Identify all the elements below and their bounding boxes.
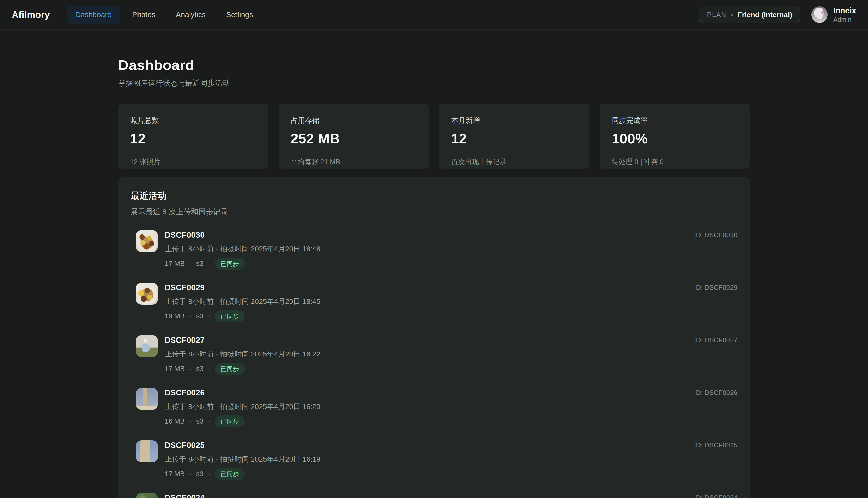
photo-title: DSCF0024	[165, 494, 694, 498]
activity-list: DSCF0030 上传于 8小时前 · 拍摄时间 2025年4月20日 18:4…	[131, 230, 737, 498]
nav-item-settings[interactable]: Settings	[218, 5, 262, 24]
main-content: Dashboard 掌握图库运行状态与最近同步活动 照片总数 12 12 张照片…	[118, 57, 750, 498]
stats-grid: 照片总数 12 12 张照片 占用存储 252 MB 平均每张 21 MB 本月…	[118, 104, 750, 169]
stat-foot: 12 张照片	[130, 157, 256, 167]
sync-status-badge: 已同步	[215, 258, 245, 270]
photo-thumbnail	[136, 493, 158, 498]
recent-activity-panel: 最近活动 展示最近 8 次上传和同步记录 DSCF0030 上传于 8小时前 ·…	[118, 178, 750, 498]
user-name: Inneix	[833, 6, 856, 15]
user-menu[interactable]: Inneix Admin	[811, 6, 856, 23]
page-title: Dashboard	[118, 57, 750, 73]
photo-title: DSCF0025	[165, 441, 694, 450]
dot-separator: ·	[189, 418, 192, 425]
photo-storage: s3	[196, 470, 204, 478]
stat-foot: 待处理 0 | 冲突 0	[612, 157, 738, 167]
recent-activity-title: 最近活动	[131, 190, 737, 202]
photo-meta: 上传于 8小时前 · 拍摄时间 2025年4月20日 16:22	[165, 349, 694, 359]
photo-storage: s3	[196, 418, 204, 425]
sync-status-badge: 已同步	[215, 310, 245, 322]
activity-row-dscf0026[interactable]: DSCF0026 上传于 8小时前 · 拍摄时间 2025年4月20日 16:2…	[136, 388, 737, 429]
photo-stats: 17 MB · s3 · 已同步	[165, 258, 694, 270]
activity-row-body: DSCF0026 上传于 8小时前 · 拍摄时间 2025年4月20日 16:2…	[165, 388, 694, 428]
photo-thumbnail	[136, 230, 158, 252]
photo-size: 17 MB	[165, 470, 185, 478]
plan-badge-value: Friend (Internal)	[737, 11, 792, 19]
top-navbar: Afilmory Dashboard Photos Analytics Sett…	[0, 0, 868, 30]
photo-meta: 上传于 8小时前 · 拍摄时间 2025年4月20日 18:45	[165, 297, 694, 306]
photo-title: DSCF0027	[165, 336, 694, 345]
photo-thumbnail	[136, 440, 158, 462]
photo-thumbnail	[136, 335, 158, 357]
sync-status-badge: 已同步	[215, 363, 245, 375]
activity-row-body: DSCF0025 上传于 8小时前 · 拍摄时间 2025年4月20日 16:1…	[165, 440, 694, 480]
photo-storage: s3	[196, 312, 204, 320]
activity-row-dscf0027[interactable]: DSCF0027 上传于 8小时前 · 拍摄时间 2025年4月20日 16:2…	[136, 335, 737, 376]
activity-row-body: DSCF0029 上传于 8小时前 · 拍摄时间 2025年4月20日 18:4…	[165, 283, 694, 322]
photo-title: DSCF0030	[165, 231, 694, 240]
user-role: Admin	[833, 16, 856, 23]
photo-id: ID: DSCF0025	[694, 440, 737, 449]
page-subtitle: 掌握图库运行状态与最近同步活动	[118, 78, 750, 89]
main-nav: Dashboard Photos Analytics Settings	[67, 5, 261, 24]
dot-separator: ·	[189, 365, 192, 373]
dot-separator: ·	[208, 365, 210, 373]
photo-meta: 上传于 8小时前 · 拍摄时间 2025年4月20日 16:19	[165, 455, 694, 464]
dot-separator: ·	[208, 312, 210, 320]
dot-separator: ·	[189, 470, 192, 478]
stat-value: 100%	[612, 131, 738, 146]
dot-separator: ·	[208, 470, 210, 478]
stat-card-sync-rate: 同步完成率 100% 待处理 0 | 冲突 0	[600, 104, 750, 169]
stat-card-total-photos: 照片总数 12 12 张照片	[118, 104, 268, 169]
photo-stats: 17 MB · s3 · 已同步	[165, 468, 694, 480]
photo-title: DSCF0026	[165, 388, 694, 397]
photo-size: 17 MB	[165, 365, 185, 373]
photo-storage: s3	[196, 365, 204, 373]
photo-thumbnail	[136, 283, 158, 305]
activity-row-dscf0024[interactable]: DSCF0024 ID: DSCF0024	[136, 493, 737, 498]
photo-id: ID: DSCF0030	[694, 230, 737, 239]
sync-status-badge: 已同步	[215, 416, 245, 428]
stat-value: 12	[130, 131, 256, 146]
photo-size: 16 MB	[165, 418, 185, 425]
dot-separator: ·	[189, 260, 192, 268]
photo-id: ID: DSCF0029	[694, 283, 737, 291]
nav-item-photos[interactable]: Photos	[124, 5, 163, 24]
stat-label: 照片总数	[130, 116, 256, 126]
stat-foot: 首次出现上传记录	[451, 157, 577, 167]
plan-badge: PLAN Friend (Internal)	[699, 6, 800, 23]
photo-id: ID: DSCF0026	[694, 388, 737, 397]
photo-id: ID: DSCF0024	[694, 493, 737, 498]
photo-meta: 上传于 8小时前 · 拍摄时间 2025年4月20日 16:20	[165, 402, 694, 411]
photo-stats: 17 MB · s3 · 已同步	[165, 363, 694, 375]
nav-divider	[689, 7, 689, 23]
plan-badge-dot-icon	[731, 14, 733, 16]
dot-separator: ·	[208, 418, 210, 425]
photo-storage: s3	[196, 260, 204, 268]
activity-row-dscf0029[interactable]: DSCF0029 上传于 8小时前 · 拍摄时间 2025年4月20日 18:4…	[136, 283, 737, 324]
stat-card-new-this-month: 本月新增 12 首次出现上传记录	[439, 104, 589, 169]
dot-separator: ·	[208, 260, 210, 268]
dot-separator: ·	[189, 312, 192, 320]
photo-stats: 16 MB · s3 · 已同步	[165, 416, 694, 428]
nav-item-dashboard[interactable]: Dashboard	[67, 5, 120, 24]
photo-thumbnail	[136, 388, 158, 410]
stat-label: 同步完成率	[612, 116, 738, 126]
user-avatar[interactable]	[811, 6, 828, 23]
user-meta: Inneix Admin	[833, 6, 856, 23]
activity-row-body: DSCF0024	[165, 493, 694, 498]
photo-stats: 19 MB · s3 · 已同步	[165, 310, 694, 322]
page-header: Dashboard 掌握图库运行状态与最近同步活动	[118, 57, 750, 89]
activity-row-dscf0025[interactable]: DSCF0025 上传于 8小时前 · 拍摄时间 2025年4月20日 16:1…	[136, 440, 737, 481]
activity-row-dscf0030[interactable]: DSCF0030 上传于 8小时前 · 拍摄时间 2025年4月20日 18:4…	[136, 230, 737, 271]
stat-label: 占用存储	[291, 116, 417, 126]
photo-title: DSCF0029	[165, 283, 694, 292]
nav-item-analytics[interactable]: Analytics	[168, 5, 214, 24]
stat-value: 252 MB	[291, 131, 417, 146]
recent-activity-subtitle: 展示最近 8 次上传和同步记录	[131, 207, 737, 217]
photo-id: ID: DSCF0027	[694, 335, 737, 344]
activity-row-body: DSCF0030 上传于 8小时前 · 拍摄时间 2025年4月20日 18:4…	[165, 230, 694, 270]
photo-meta: 上传于 8小时前 · 拍摄时间 2025年4月20日 18:48	[165, 244, 694, 254]
photo-size: 19 MB	[165, 312, 185, 320]
plan-badge-prefix: PLAN	[707, 11, 726, 19]
brand-logo[interactable]: Afilmory	[12, 10, 50, 20]
